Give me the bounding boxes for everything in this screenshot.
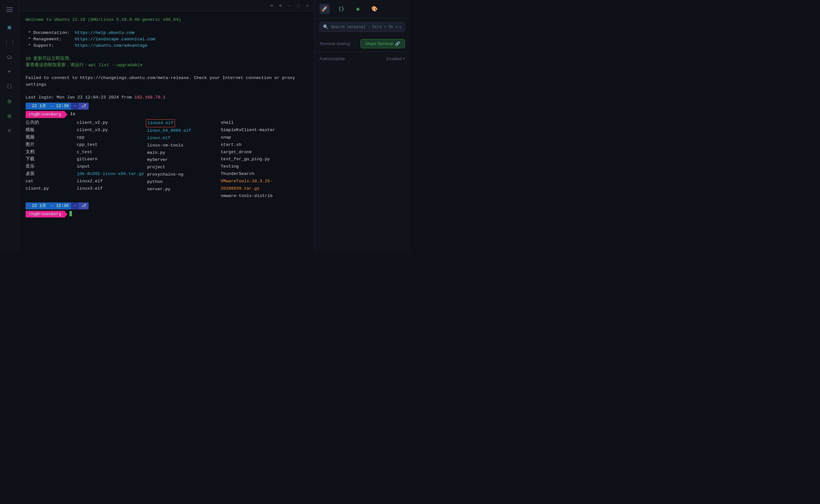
minimize-button[interactable]: —	[287, 3, 292, 9]
list-item: snap	[221, 134, 307, 141]
panel-icons: 🚀 {} ◉ 🎨	[314, 0, 410, 18]
list-item: 视频	[26, 134, 77, 141]
prompt-cursor-area	[69, 210, 72, 217]
sidebar-item-circle2[interactable]: ◎	[3, 109, 16, 122]
prompt-date-1: 22 1月 - 12:39	[32, 103, 68, 109]
prompt-branch-1: ~	[71, 103, 79, 110]
sidebar-item-forward[interactable]: ➤	[3, 65, 16, 78]
ls-col3: shell SimpleKvClient-master snap start.s…	[221, 119, 307, 200]
list-item: cpp_test	[77, 141, 147, 149]
share-terminal-button[interactable]: Share Terminal 🔗	[360, 39, 405, 48]
autocomplete-label: Autocomplete	[319, 56, 345, 61]
list-item: main.py	[147, 149, 221, 157]
grid-view-button[interactable]: ⊟	[269, 3, 274, 9]
cursor	[69, 211, 72, 216]
last-login: Last login: Mon Jan 22 12:04:23 2024 fro…	[26, 95, 165, 100]
prompt-user-2: chg@rosenberg	[26, 211, 64, 218]
list-item: linux.elf	[147, 135, 221, 142]
terminal-sharing-label: Terminal sharing	[319, 41, 350, 46]
list-item: client.py	[26, 185, 77, 193]
chevron-down-icon: ▾	[403, 57, 405, 61]
ls-output: 公共的 模板 视频 图片 文档 下载 音乐 桌面 cat client.py c…	[26, 119, 308, 200]
palette-icon[interactable]: 🎨	[369, 4, 380, 14]
ls-col0: 公共的 模板 视频 图片 文档 下载 音乐 桌面 cat client.py	[26, 119, 77, 200]
search-bar[interactable]: 🔍 ∧ ∨	[319, 22, 405, 32]
support-label: * Support:	[26, 43, 54, 48]
prompt-line-2: — 22 1月 - 12:39 ~ ⎇	[26, 202, 308, 209]
ls-col2: linux4.elf linux_64_9999.elf linux.elf l…	[147, 119, 221, 200]
list-item: ThunderSearch	[221, 170, 307, 178]
right-panel: 🚀 {} ◉ 🎨 🔍 ∧ ∨ Terminal sharing Share Te…	[314, 0, 410, 252]
list-item: start.sh	[221, 141, 307, 149]
prompt-badge-1: — 22 1月 - 12:39	[26, 103, 71, 110]
sidebar-item-circle1[interactable]: ◎	[3, 95, 16, 107]
sidebar-item-sessions[interactable]: ⊞	[3, 21, 16, 34]
list-item: linux3.elf	[77, 185, 147, 193]
terminal-sharing-section: Terminal sharing Share Terminal 🔗	[314, 36, 410, 52]
mgmt-label: * Management:	[26, 37, 62, 42]
autocomplete-section: Autocomplete Enabled ▾	[314, 52, 410, 66]
list-item: 公共的	[26, 119, 77, 127]
prompt-user-line-1: chg@rosenberg ls	[26, 110, 308, 118]
search-up-arrow[interactable]: ∧	[396, 25, 398, 29]
link-icon: 🔗	[395, 41, 400, 46]
list-item: 文档	[26, 149, 77, 156]
search-down-arrow[interactable]: ∨	[399, 25, 401, 29]
status-circle-icon[interactable]: ◉	[353, 4, 363, 14]
code-icon[interactable]: {}	[336, 4, 346, 14]
share-terminal-label: Share Terminal	[365, 41, 393, 46]
search-input[interactable]	[331, 25, 393, 29]
close-button[interactable]: ✕	[304, 3, 310, 9]
sidebar-item-files[interactable]: 🗂	[3, 51, 16, 63]
hamburger-menu[interactable]	[3, 3, 16, 16]
list-item: c_test	[77, 149, 147, 156]
list-item: linux-vm-tools	[147, 142, 221, 149]
prompt-arrow-2	[64, 211, 67, 218]
list-item: client_v2.py	[77, 119, 147, 127]
sidebar-item-code[interactable]: {}	[3, 80, 16, 93]
list-item: VMwareTools-10.3.25-20206839.tar.gz	[221, 178, 307, 193]
list-item: project	[147, 164, 221, 171]
prompt-git-1: ⎇	[79, 103, 89, 110]
titlebar: ⊟ ⊕ — □ ✕	[19, 0, 314, 12]
list-item: cpp	[77, 134, 147, 141]
list-item: 音乐	[26, 163, 77, 170]
rocket-icon[interactable]: 🚀	[319, 4, 330, 14]
list-item: cat	[26, 178, 77, 185]
maximize-button[interactable]: □	[296, 3, 301, 9]
terminal-output[interactable]: Welcome to Ubuntu 22.10 (GNU/Linux 5.19.…	[19, 12, 314, 252]
sidebar: ⊞ ⋮⋮ 🗂 ➤ {} ◎ ◎ ⊙	[0, 0, 19, 252]
doc-label: * Documentation:	[26, 30, 70, 35]
search-icon: 🔍	[323, 24, 328, 30]
prompt-cmd-1: ls	[70, 111, 75, 117]
enabled-dropdown[interactable]: Enabled ▾	[386, 56, 405, 61]
list-item: SimpleKvClient-master	[221, 127, 307, 134]
prompt-date-2: 22 1月 - 12:39	[32, 203, 68, 209]
list-item: target_drone	[221, 149, 307, 156]
list-item: 桌面	[26, 170, 77, 178]
list-item: shell	[221, 119, 307, 127]
prompt-line-1: — 22 1月 - 12:39 ~ ⎇	[26, 103, 308, 110]
list-item: 图片	[26, 141, 77, 149]
sidebar-item-git[interactable]: ⊙	[3, 124, 16, 137]
list-item: proxychains-ng	[147, 171, 221, 178]
prompt-user-line-2: chg@rosenberg	[26, 210, 308, 218]
search-navigation: ∧ ∨	[396, 25, 401, 29]
list-item: test_for_go_ping.py	[221, 156, 307, 163]
welcome-text: Welcome to Ubuntu 22.10 (GNU/Linux 5.19.…	[26, 17, 181, 22]
list-item: python	[147, 178, 221, 186]
list-item: linux2.elf	[77, 178, 147, 185]
sidebar-item-grid[interactable]: ⋮⋮	[3, 36, 16, 49]
layout-button[interactable]: ⊕	[278, 3, 283, 9]
list-item: linux_64_9999.elf	[147, 127, 221, 135]
list-item: gitLearn	[77, 156, 147, 163]
list-item: jdk-8u391-linux-x64.tar.gz	[77, 170, 147, 178]
main-area: ⊟ ⊕ — □ ✕ Welcome to Ubuntu 22.10 (GNU/L…	[19, 0, 314, 252]
prompt-git-2: ⎇	[79, 202, 89, 209]
mgmt-url: https://landscape.canonical.com	[75, 37, 155, 42]
enabled-text: Enabled	[386, 56, 402, 61]
list-item: vmware-tools-distrib	[221, 193, 307, 200]
list-item: input	[77, 163, 147, 170]
list-item: client_v3.py	[77, 127, 147, 134]
prompt-branch-2: ~	[71, 202, 79, 209]
